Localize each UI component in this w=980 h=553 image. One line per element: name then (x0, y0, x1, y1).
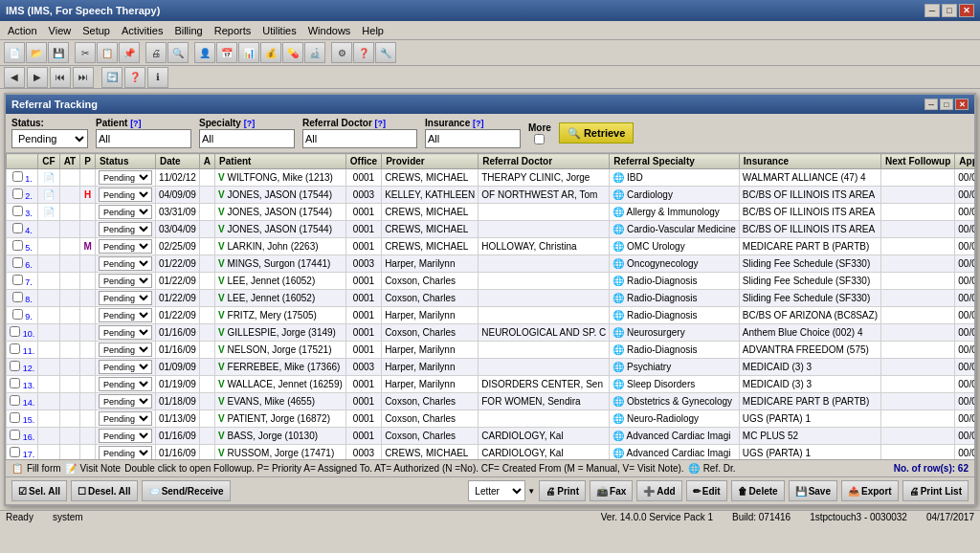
row-status-select[interactable]: Pending (99, 360, 152, 374)
nav-refresh[interactable]: 🔄 (101, 67, 122, 88)
print-button[interactable]: 🖨 Print (539, 480, 586, 501)
tb-new[interactable]: 📄 (4, 42, 25, 63)
referral-doctor-filter-input[interactable] (302, 129, 417, 148)
row-number[interactable]: 3. (25, 209, 33, 218)
table-row[interactable]: 17. Pending 01/16/09 V RUSSOM, Jorge (17… (7, 445, 975, 460)
tb-help[interactable]: ❓ (353, 42, 374, 63)
row-number[interactable]: 9. (25, 312, 33, 321)
delete-button[interactable]: 🗑 Delete (731, 480, 785, 501)
tb-billing[interactable]: 💰 (260, 42, 281, 63)
row-checkbox[interactable] (10, 447, 20, 457)
tb-paste[interactable]: 📌 (119, 42, 140, 63)
row-status-select[interactable]: Pending (99, 274, 152, 288)
row-number[interactable]: 6. (25, 260, 33, 270)
row-number[interactable]: 10. (23, 329, 35, 339)
row-status-select[interactable]: Pending (99, 308, 152, 322)
menu-help[interactable]: Help (356, 23, 390, 38)
menu-action[interactable]: Action (2, 23, 43, 38)
letter-select[interactable]: Letter (468, 480, 525, 501)
ref-minimize-button[interactable]: ─ (924, 99, 938, 110)
table-row[interactable]: 15. Pending 01/13/09 V PATIENT, Jorge (1… (7, 410, 975, 428)
table-row[interactable]: 11. Pending 01/16/09 V NELSON, Jorge (17… (7, 342, 975, 359)
row-number[interactable]: 17. (23, 450, 35, 459)
nav-end[interactable]: ⏭ (73, 67, 94, 88)
row-checkbox[interactable] (12, 240, 23, 251)
add-button[interactable]: ➕ Add (636, 480, 681, 501)
table-row[interactable]: 7. Pending 01/22/09 V LEE, Jennet (16052… (7, 273, 975, 290)
row-checkbox[interactable] (12, 309, 23, 320)
tb-patient[interactable]: 👤 (194, 42, 215, 63)
menu-view[interactable]: View (43, 23, 78, 38)
row-status-select[interactable]: Pending (99, 222, 152, 236)
patient-filter-input[interactable] (96, 129, 191, 148)
status-filter-select[interactable]: Pending All Completed (11, 129, 88, 148)
row-number[interactable]: 1. (25, 174, 33, 184)
tb-extra[interactable]: 🔧 (375, 42, 396, 63)
nav-forward[interactable]: ▶ (27, 67, 48, 88)
row-checkbox[interactable] (12, 257, 23, 268)
row-number[interactable]: 15. (23, 415, 35, 425)
sel-all-button[interactable]: ☑ Sel. All (11, 480, 67, 501)
print-list-button[interactable]: 🖨 Print List (902, 480, 969, 501)
tb-schedule[interactable]: 📅 (216, 42, 237, 63)
table-row[interactable]: 12. Pending 01/09/09 V FERREBEE, Mike (1… (7, 359, 975, 376)
row-checkbox[interactable] (12, 223, 23, 233)
row-number[interactable]: 4. (25, 226, 33, 235)
table-row[interactable]: 4. Pending 03/04/09 V JONES, JASON (1754… (7, 221, 975, 238)
desel-all-button[interactable]: ☐ Desel. All (71, 480, 138, 501)
tb-open[interactable]: 📂 (26, 42, 47, 63)
edit-button[interactable]: ✏ Edit (686, 480, 727, 501)
row-number[interactable]: 12. (23, 364, 35, 373)
table-row[interactable]: 13. Pending 01/19/09 V WALLACE, Jennet (… (7, 376, 975, 393)
more-filter-checkbox[interactable] (534, 134, 545, 144)
row-checkbox[interactable] (10, 395, 20, 406)
row-checkbox[interactable] (10, 430, 20, 440)
row-number[interactable]: 16. (23, 432, 35, 442)
table-row[interactable]: 1. 📄 Pending 11/02/12 V WILTFONG, Mike (… (7, 169, 975, 187)
row-status-select[interactable]: Pending (99, 446, 152, 459)
tb-lab[interactable]: 🔬 (304, 42, 325, 63)
export-button[interactable]: 📤 Export (841, 480, 899, 501)
insurance-filter-input[interactable] (425, 129, 521, 148)
row-checkbox[interactable] (10, 361, 20, 371)
nav-home[interactable]: ⏮ (50, 67, 71, 88)
tb-chart[interactable]: 📊 (238, 42, 259, 63)
tb-copy[interactable]: 📋 (97, 42, 118, 63)
menu-windows[interactable]: Windows (302, 23, 357, 38)
row-status-select[interactable]: Pending (99, 291, 152, 305)
tb-print[interactable]: 🖨 (145, 42, 167, 63)
ref-maximize-button[interactable]: □ (940, 99, 953, 110)
table-row[interactable]: 10. Pending 01/16/09 V GILLESPIE, Jorge … (7, 324, 975, 342)
row-number[interactable]: 13. (23, 381, 35, 390)
nav-back[interactable]: ◀ (4, 67, 25, 88)
fax-button[interactable]: 📠 Fax (590, 480, 633, 501)
row-number[interactable]: 5. (25, 243, 33, 253)
row-status-select[interactable]: Pending (99, 239, 152, 254)
row-status-select[interactable]: Pending (99, 377, 152, 391)
row-number[interactable]: 11. (23, 346, 35, 356)
row-checkbox[interactable] (12, 275, 23, 285)
menu-reports[interactable]: Reports (209, 23, 257, 38)
row-checkbox[interactable] (10, 412, 20, 423)
close-button[interactable]: ✕ (959, 4, 974, 17)
row-status-select[interactable]: Pending (99, 256, 152, 271)
row-status-select[interactable]: Pending (99, 325, 152, 340)
nav-help[interactable]: ❓ (124, 67, 145, 88)
menu-billing[interactable]: Billing (168, 23, 208, 38)
ref-close-button[interactable]: ✕ (955, 99, 969, 110)
row-checkbox[interactable] (12, 206, 23, 216)
row-number[interactable]: 2. (25, 191, 33, 201)
row-status-select[interactable]: Pending (99, 411, 152, 426)
row-number[interactable]: 7. (25, 277, 33, 287)
table-row[interactable]: 5. M Pending 02/25/09 V LARKIN, John (22… (7, 238, 975, 255)
table-container[interactable]: CF AT P Status Date A Patient Office Pro… (6, 153, 974, 459)
row-status-select[interactable]: Pending (99, 394, 152, 409)
tb-save[interactable]: 💾 (48, 42, 69, 63)
nav-info[interactable]: ℹ (147, 67, 168, 88)
tb-cut[interactable]: ✂ (75, 42, 96, 63)
row-status-select[interactable]: Pending (99, 188, 152, 202)
row-checkbox[interactable] (10, 378, 20, 388)
row-status-select[interactable]: Pending (99, 205, 152, 219)
retrieve-button[interactable]: 🔍 Retrieve (559, 122, 634, 144)
table-row[interactable]: 2. 📄 H Pending 04/09/09 V JONES, JASON (… (7, 187, 975, 204)
